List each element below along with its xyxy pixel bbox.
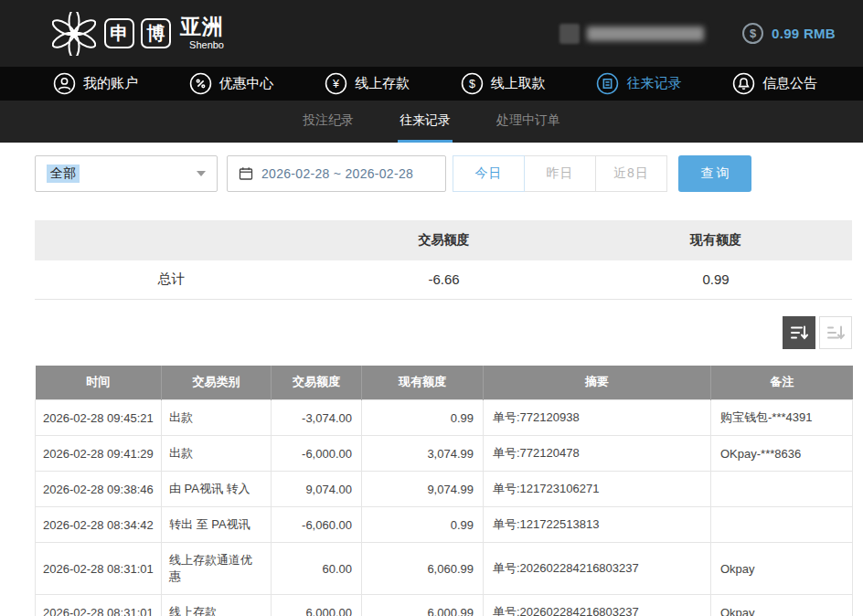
summary-total-balance: 0.99: [580, 260, 852, 299]
table-cell: Okpay: [711, 595, 853, 616]
table-cell: 6,000.00: [272, 595, 362, 616]
sort-ascending-icon[interactable]: [819, 316, 852, 349]
table-cell: -3,074.00: [272, 400, 362, 436]
brand-en: Shenbo: [189, 40, 224, 50]
nav-label: 信息公告: [762, 75, 817, 92]
avatar: [559, 24, 580, 44]
table-cell: 0.99: [362, 507, 484, 543]
nav-item-withdraw[interactable]: $ 线上取款: [461, 72, 546, 95]
table-cell: 60.00: [272, 543, 362, 595]
type-select-value: 全部: [47, 165, 80, 183]
nav-label: 往来记录: [626, 75, 681, 92]
calendar-icon: [239, 166, 253, 181]
transactions-table: 时间交易类别交易额度现有额度摘要备注 2026-02-28 09:45:21出款…: [35, 366, 853, 616]
svg-text:¥: ¥: [332, 78, 339, 90]
table-cell: 6,000.99: [362, 595, 484, 616]
table-cell: 2026-02-28 08:31:01: [36, 595, 162, 616]
table-cell: 单号:121722513813: [484, 507, 711, 543]
deposit-circle-icon: ¥: [325, 72, 347, 95]
brand-char-2: 博: [141, 18, 171, 48]
nav-item-announcements[interactable]: 信息公告: [732, 72, 817, 95]
brand-region: 亚洲: [180, 16, 224, 37]
table-cell: -6,000.00: [272, 436, 362, 472]
sort-controls: [0, 316, 852, 349]
quick-btn-last8days[interactable]: 近8日: [595, 155, 667, 192]
nav-item-promotions[interactable]: 优惠中心: [189, 72, 274, 95]
tx-column-header: 交易类别: [162, 366, 272, 400]
nav-item-my-account[interactable]: 我的账户: [53, 72, 138, 95]
flower-logo-icon: [50, 10, 98, 58]
filter-bar: 全部 2026-02-28 ~ 2026-02-28 今日 昨日 近8日 查询: [35, 155, 852, 192]
quick-date-group: 今日 昨日 近8日: [453, 155, 667, 192]
nav-item-records[interactable]: 往来记录: [596, 72, 681, 95]
chevron-down-icon: [197, 171, 206, 176]
table-cell: 线上存款: [162, 595, 272, 616]
table-cell: 单号:202602284216803237: [484, 595, 711, 616]
quick-btn-yesterday[interactable]: 昨日: [524, 155, 596, 192]
table-row: 2026-02-28 08:31:01线上存款通道优惠60.006,060.99…: [36, 543, 853, 595]
date-range-input[interactable]: 2026-02-28 ~ 2026-02-28: [227, 155, 446, 192]
bell-circle-icon: [732, 72, 755, 95]
nav-item-deposit[interactable]: ¥ 线上存款: [325, 72, 410, 95]
withdraw-circle-icon: $: [461, 72, 484, 95]
table-cell: 单号:202602284216803237: [484, 543, 711, 595]
summary-col-empty: [35, 220, 308, 260]
table-cell: 单号:121723106271: [484, 472, 711, 507]
type-select[interactable]: 全部: [35, 155, 218, 192]
main-nav: 我的账户 优惠中心 ¥ 线上存款: [0, 67, 863, 101]
table-cell: 2026-02-28 08:34:42: [36, 507, 162, 543]
balance-amount: 0.99: [772, 26, 799, 41]
promo-circle-icon: [189, 72, 212, 95]
username-blurred: [587, 27, 704, 41]
table-cell: Okpay: [711, 543, 853, 595]
nav-label: 线上取款: [491, 75, 546, 92]
user-account[interactable]: [559, 24, 704, 44]
table-cell: 购宝钱包-***4391: [711, 400, 853, 436]
table-cell: 出款: [162, 436, 272, 472]
quick-btn-today[interactable]: 今日: [453, 155, 525, 192]
table-cell: 线上存款通道优惠: [162, 543, 272, 595]
tx-column-header: 交易额度: [272, 366, 362, 400]
tab-pending-orders[interactable]: 处理中订单: [495, 101, 562, 143]
table-row: 2026-02-28 08:31:01线上存款6,000.006,000.99单…: [36, 595, 853, 616]
table-cell: 单号:772120938: [484, 400, 711, 436]
tab-bet-records[interactable]: 投注纪录: [301, 101, 356, 143]
dollar-icon: $: [742, 23, 763, 44]
sort-descending-icon[interactable]: [783, 316, 815, 349]
records-circle-icon: [596, 72, 619, 95]
svg-text:$: $: [469, 78, 475, 90]
table-cell: 单号:772120478: [484, 436, 711, 472]
brand-char-1: 申: [104, 18, 134, 48]
brand-logo[interactable]: 申 博 亚洲 Shenbo: [50, 10, 224, 58]
summary-header-row: 交易额度 现有额度: [35, 220, 852, 260]
tx-column-header: 备注: [711, 366, 853, 400]
table-row: 2026-02-28 09:41:29出款-6,000.003,074.99单号…: [36, 436, 853, 472]
table-cell: [711, 472, 853, 507]
tx-column-header: 时间: [36, 366, 162, 400]
summary-total-row: 总计 -6.66 0.99: [35, 260, 852, 299]
table-cell: 9,074.99: [362, 472, 484, 507]
summary-col-trade: 交易额度: [308, 220, 580, 260]
table-cell: 2026-02-28 09:38:46: [36, 472, 162, 507]
summary-total-trade: -6.66: [308, 260, 580, 299]
user-circle-icon: [53, 72, 76, 95]
date-range-value: 2026-02-28 ~ 2026-02-28: [261, 166, 413, 181]
table-cell: 0.99: [362, 400, 484, 436]
tx-column-header: 现有额度: [362, 366, 484, 400]
table-row: 2026-02-28 08:34:42转出 至 PA视讯-6,060.000.9…: [36, 507, 853, 543]
tx-body: 2026-02-28 09:45:21出款-3,074.000.99单号:772…: [36, 400, 853, 616]
tab-transaction-records[interactable]: 往来记录: [398, 101, 453, 143]
table-cell: 转出 至 PA视讯: [162, 507, 272, 543]
nav-label: 我的账户: [83, 75, 138, 92]
balance-currency: RMB: [804, 26, 836, 41]
table-row: 2026-02-28 09:45:21出款-3,074.000.99单号:772…: [36, 400, 853, 436]
table-cell: 2026-02-28 08:31:01: [36, 543, 162, 595]
nav-label: 优惠中心: [219, 75, 274, 92]
summary-col-balance: 现有额度: [580, 220, 852, 260]
tx-header-row: 时间交易类别交易额度现有额度摘要备注: [36, 366, 853, 400]
search-button[interactable]: 查询: [678, 155, 751, 192]
table-row: 2026-02-28 09:38:46由 PA视讯 转入9,074.009,07…: [36, 472, 853, 507]
table-cell: 3,074.99: [362, 436, 484, 472]
summary-total-label: 总计: [35, 260, 308, 299]
table-cell: 出款: [162, 400, 272, 436]
